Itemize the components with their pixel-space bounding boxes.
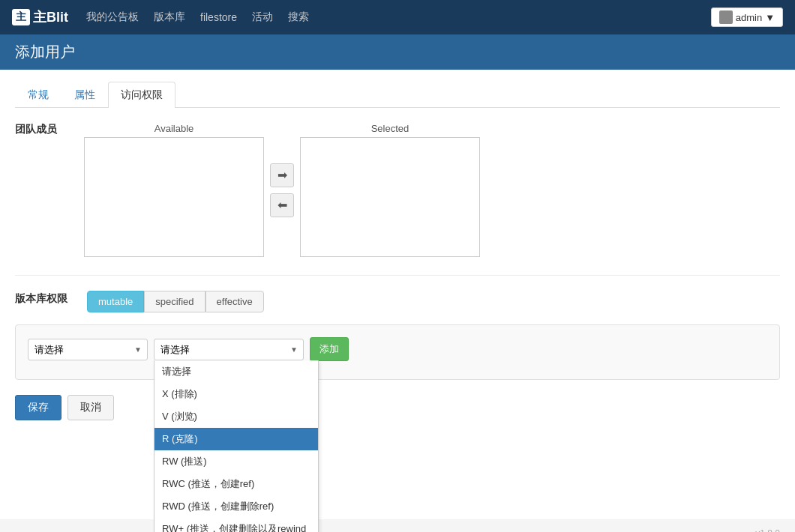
repo-select[interactable]: 请选择 [28,339,148,360]
dd-item-x[interactable]: X (排除) [154,383,318,405]
dd-item-rwc[interactable]: RWC (推送，创建ref) [154,473,318,495]
form-actions: 保存 取消 [15,395,780,420]
repo-select-wrapper: 请选择 [28,339,148,360]
perm-select-wrapper: 请选择 请选择 X (排除) V (浏览) R (克隆) RW (推送) RWC… [154,339,304,360]
perms-form: 请选择 请选择 请选择 X (排除) V (浏览) R ( [15,324,780,380]
available-list[interactable] [84,137,264,257]
nav-filestore[interactable]: filestore [200,11,237,23]
team-label: 团队成员 [15,123,75,136]
available-label: Available [154,123,194,134]
arrow-right-icon: ➡ [278,168,287,182]
tab-general[interactable]: 常规 [15,82,62,108]
navbar-right: admin ▼ [711,7,783,27]
nav-search[interactable]: 搜索 [288,10,309,24]
perm-dropdown-menu: 请选择 X (排除) V (浏览) R (克隆) RW (推送) RWC (推送… [154,360,319,533]
dd-item-rwd[interactable]: RWD (推送，创建删除ref) [154,495,318,518]
navbar: 主 主Blit 我的公告板 版本库 filestore 活动 搜索 admin … [0,0,795,34]
admin-menu[interactable]: admin ▼ [711,7,783,27]
main-content: 常规 属性 访问权限 团队成员 Available ➡ ⬅ [0,70,795,519]
nav-activity[interactable]: 活动 [252,10,273,24]
brand-icon: 主 [12,9,30,25]
brand-name: 主Blit [33,8,68,26]
admin-label: admin [736,12,762,23]
nav-bulletin[interactable]: 我的公告板 [86,10,139,24]
team-section-row: 团队成员 Available ➡ ⬅ Selected [15,123,780,257]
perms-btn-group: mutable specified effective [87,291,264,312]
perm-select-display: 请选择 [154,339,304,360]
repo-perms-section: 版本库权限 mutable specified effective 请选择 [15,291,780,380]
btn-mutable[interactable]: mutable [87,291,144,312]
move-right-button[interactable]: ➡ [270,163,294,187]
dd-item-v[interactable]: V (浏览) [154,405,318,428]
selected-label: Selected [371,123,410,134]
page-header: 添加用户 [0,34,795,70]
version-label: v1.8.0 [755,528,780,532]
move-left-button[interactable]: ⬅ [270,193,294,217]
repo-perms-label: 版本库权限 [15,292,75,306]
brand-logo[interactable]: 主 主Blit [12,8,68,26]
arrow-left-icon: ⬅ [278,198,287,212]
btn-specified[interactable]: specified [144,291,205,312]
btn-effective[interactable]: effective [206,291,264,312]
perm-select[interactable]: 请选择 [154,339,304,360]
dd-item-rw[interactable]: RW (推送) [154,450,318,473]
page-title: 添加用户 [15,42,780,62]
transfer-buttons: ➡ ⬅ [270,163,294,217]
perms-header: 版本库权限 mutable specified effective [15,291,780,312]
admin-avatar-icon [719,10,733,24]
add-button[interactable]: 添加 [310,337,349,361]
nav-repos[interactable]: 版本库 [154,10,185,24]
transfer-widget: Available ➡ ⬅ Selected [84,123,480,257]
perms-form-row: 请选择 请选择 请选择 X (排除) V (浏览) R ( [28,337,767,361]
selected-box-wrapper: Selected [300,123,480,257]
tab-access[interactable]: 访问权限 [108,82,176,108]
cancel-button[interactable]: 取消 [68,395,114,420]
dd-item-rwplus[interactable]: RW+ (推送，创建删除以及rewind ref) [154,518,318,533]
dd-item-r[interactable]: R (克隆) [154,428,318,450]
tabs: 常规 属性 访问权限 [15,82,780,108]
navbar-links: 我的公告板 版本库 filestore 活动 搜索 [86,10,309,24]
divider [15,275,780,276]
available-box-wrapper: Available [84,123,264,257]
selected-list[interactable] [300,137,480,257]
footer: v1.8.0 [0,519,795,532]
team-section: 团队成员 Available ➡ ⬅ Selected [15,123,780,257]
tab-attrs[interactable]: 属性 [62,82,108,108]
save-button[interactable]: 保存 [15,395,62,420]
dd-item-placeholder[interactable]: 请选择 [154,360,318,383]
admin-dropdown-icon: ▼ [765,12,775,23]
